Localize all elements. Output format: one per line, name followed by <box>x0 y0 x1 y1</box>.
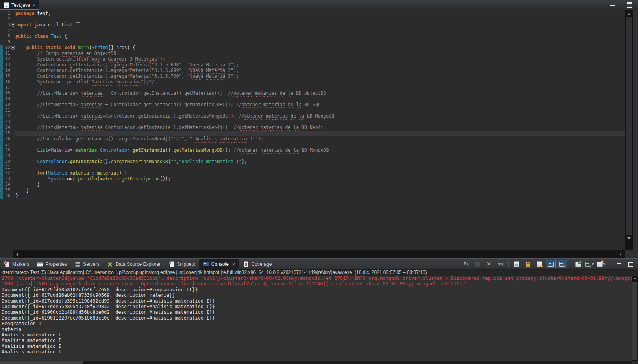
line-number: 36 <box>3 193 11 199</box>
code-line[interactable]: 17 <box>0 85 625 91</box>
code-line[interactable]: 14 Controlador.getInstancia().agregarMat… <box>0 68 625 74</box>
view-tab-label: Snippets <box>177 261 195 267</box>
code-line[interactable]: 7 <box>0 28 625 34</box>
scroll-down-icon[interactable] <box>625 235 633 241</box>
minimize-view-icon <box>617 263 621 264</box>
word-wrap-button[interactable] <box>534 260 544 268</box>
code-line[interactable]: 12 System.out.println("Voy a Guardar 3 M… <box>0 56 625 62</box>
line-number: 29 <box>3 153 11 159</box>
code-line[interactable]: 34 } <box>0 182 625 188</box>
code-line[interactable]: 35 } <box>0 188 625 193</box>
remove-all-terminated-button[interactable] <box>495 260 505 268</box>
editor-tab-testjava[interactable]: Test.java × <box>0 0 39 10</box>
console-view[interactable]: <terminated> Test (5) [Java Application]… <box>0 270 638 364</box>
code-line[interactable]: 30 Controlador.getInstancia().cargarMate… <box>0 159 625 165</box>
code-line[interactable]: 3import java.util.List; <box>0 22 625 28</box>
code-text <box>15 17 625 22</box>
code-line[interactable]: 25 <box>0 131 625 136</box>
code-line[interactable]: 1package test; <box>0 11 625 17</box>
line-number: 31 <box>3 165 11 171</box>
code-line[interactable]: 36} <box>0 193 625 199</box>
editor-horizontal-scrollbar[interactable] <box>0 250 638 258</box>
close-tab-icon[interactable]: × <box>32 3 35 8</box>
fold-margin[interactable] <box>11 45 15 51</box>
code-line[interactable]: 11 /* Cargo materias en ObjectDB <box>0 51 625 57</box>
scrollbar-track[interactable] <box>13 250 625 258</box>
code-line[interactable]: 22 //List<Materia> materias=Controlador.… <box>0 113 625 119</box>
code-line[interactable]: 2 <box>0 17 625 22</box>
relaunch-button[interactable] <box>461 260 471 268</box>
quickdiff-marker <box>0 188 3 193</box>
fold-margin[interactable] <box>11 22 15 28</box>
code-line[interactable]: 32 for(Materia materia : materias) { <box>0 170 625 176</box>
view-tab-markers[interactable]: Markers <box>0 259 33 269</box>
code-line[interactable]: 15 Controlador.getInstancia().agregarMat… <box>0 74 625 79</box>
scroll-up-icon[interactable] <box>632 276 638 281</box>
view-tab-coverage[interactable]: Coverage <box>239 259 276 269</box>
view-tab-snippets[interactable]: Snippets <box>165 259 199 269</box>
show-on-stderr-button[interactable] <box>557 260 567 268</box>
maximize-view-icon[interactable] <box>626 2 632 8</box>
editor-vertical-scrollbar[interactable] <box>625 10 633 250</box>
scroll-right-icon[interactable] <box>618 252 623 257</box>
scroll-lock-button[interactable] <box>523 260 533 268</box>
open-console-button[interactable] <box>596 260 606 268</box>
view-tab-servers[interactable]: Servers <box>71 259 103 269</box>
code-line[interactable]: 13 Controlador.getInstancia().agregarMat… <box>0 62 625 68</box>
code-line[interactable]: 26 //Controlador.getInstancia().cargarMa… <box>0 136 625 142</box>
minimize-view-icon[interactable] <box>610 2 616 8</box>
line-number: 35 <box>3 188 11 193</box>
pin-console-button[interactable] <box>573 260 583 268</box>
code-line[interactable]: 31 <box>0 165 625 171</box>
maximize-view-button[interactable] <box>625 260 636 268</box>
view-tab-data-source-explorer[interactable]: Data Source Explorer <box>103 259 165 269</box>
console-line: Document{{_id=617ddd86eb02f87339c90569, … <box>2 292 632 298</box>
code-text: List<Materia> materias=Controlador.getIn… <box>15 147 625 153</box>
close-tab-icon[interactable]: × <box>232 262 235 267</box>
code-line[interactable]: 10 public static void main(String[] args… <box>0 45 625 51</box>
folded-region-box[interactable] <box>76 22 80 27</box>
view-tab-console[interactable]: Console× <box>199 259 239 269</box>
chevron-down-icon[interactable] <box>592 263 594 265</box>
clear-console-button[interactable] <box>511 260 521 268</box>
fold-margin <box>11 142 15 148</box>
code-line[interactable]: 8public class Test { <box>0 33 625 39</box>
code-text <box>15 108 625 114</box>
scrollbar-thumb[interactable] <box>0 361 83 364</box>
code-line[interactable]: 20 //List<Materia> materias = Controlado… <box>0 102 625 108</box>
eclipse-window: Test.java × 1package test;23import java.… <box>0 0 638 364</box>
code-line[interactable]: 27 <box>0 142 625 148</box>
console-vertical-scrollbar[interactable] <box>632 276 638 361</box>
code-line[interactable]: 9 <box>0 39 625 45</box>
fold-collapse-icon[interactable] <box>11 46 15 50</box>
code-line[interactable]: 23 <box>0 119 625 125</box>
fold-expand-icon[interactable] <box>11 23 15 27</box>
display-console-button[interactable] <box>584 260 595 268</box>
code-line[interactable]: 19 <box>0 96 625 102</box>
scrollbar-thumb[interactable] <box>626 17 632 235</box>
code-editor[interactable]: 1package test;23import java.util.List;78… <box>0 10 638 250</box>
minimize-view-button[interactable] <box>614 260 624 268</box>
scroll-left-icon[interactable] <box>14 252 20 257</box>
console-horizontal-scrollbar[interactable] <box>0 361 632 364</box>
code-line[interactable]: 21 <box>0 108 625 114</box>
code-line[interactable]: 24 //List<Materia> materias=Controlador.… <box>0 125 625 131</box>
scroll-up-icon[interactable] <box>625 11 633 17</box>
word-wrap-icon <box>537 261 542 267</box>
quickdiff-marker <box>0 85 3 91</box>
code-text: System.out.println(materia.getDescripcio… <box>15 176 625 182</box>
code-line[interactable]: 29 <box>0 153 625 159</box>
quickdiff-marker <box>0 193 3 199</box>
quickdiff-marker <box>0 22 3 28</box>
console-line: Document{{_id=617dddbfb395c1198432cd99, … <box>2 298 632 304</box>
code-line[interactable]: 18 //List<Materia> materias = Controlado… <box>0 90 625 96</box>
code-line[interactable]: 28 List<Materia> materias=Controlador.ge… <box>0 147 625 153</box>
view-tab-properties[interactable]: Properties <box>33 259 71 269</box>
terminate-button[interactable] <box>472 260 483 268</box>
code-line[interactable]: 16 System.out.println("Materias Guardada… <box>0 79 625 85</box>
show-on-stdout-button[interactable] <box>546 260 556 268</box>
line-number: 10 <box>3 45 11 51</box>
code-line[interactable]: 33 System.out.println(materia.getDescrip… <box>0 176 625 182</box>
scrollbar-thumb[interactable] <box>632 282 637 360</box>
remove-launch-button[interactable] <box>484 260 494 268</box>
